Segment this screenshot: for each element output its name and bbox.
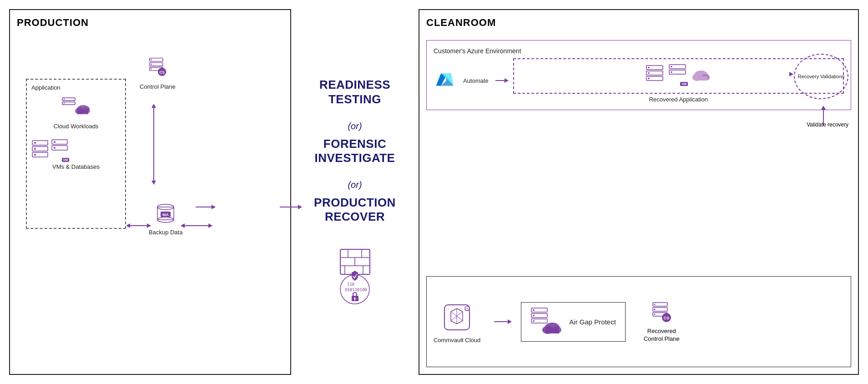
commvault-cloud-label: Commvault Cloud	[434, 337, 480, 344]
svg-point-17	[34, 142, 36, 144]
arrow-backup-firewall	[181, 223, 212, 228]
air-gap-icon	[530, 307, 562, 337]
application-label: Application	[31, 84, 121, 91]
backup-data-area: MA Backup Data	[149, 202, 182, 236]
arrow-to-airgap	[494, 319, 512, 324]
readiness-testing: READINESS TESTING	[319, 78, 390, 106]
vm-server-1-icon	[31, 140, 49, 160]
azure-env-box: Customer's Azure Environment Automate	[426, 40, 851, 110]
recovered-control-plane-area: CS Recovered Control Plane	[644, 300, 680, 343]
recovered-cp-label: Recovered Control Plane	[644, 328, 680, 343]
svg-point-70	[533, 309, 535, 311]
automate-arrow	[495, 78, 509, 83]
forensic-title-line1: FORENSIC	[315, 137, 395, 151]
air-gap-protect-label: Air Gap Protect	[569, 318, 616, 326]
svg-text:110: 110	[347, 282, 354, 287]
or-1: (or)	[348, 121, 362, 131]
production-section: PRODUCTION CS Control Plane	[9, 9, 291, 375]
production-title: PRODUCTION	[17, 17, 283, 29]
cleanroom-bottom-section: ® Commvault Cloud	[426, 276, 851, 367]
svg-point-43	[354, 298, 356, 299]
arrow-encrypted-cleanroom	[280, 205, 302, 209]
svg-point-9	[63, 99, 64, 100]
svg-point-5	[151, 68, 152, 70]
production-recover-line1: PRODUCTION	[314, 196, 396, 210]
svg-point-11	[63, 103, 64, 104]
backup-data-label: Backup Data	[149, 229, 182, 236]
svg-text:CS: CS	[664, 316, 670, 320]
svg-text:MA: MA	[162, 212, 169, 217]
svg-point-3	[151, 64, 152, 65]
svg-point-23	[54, 141, 56, 143]
vm-badge: VM	[62, 158, 70, 162]
cloud-workloads-area: Cloud Workloads	[31, 96, 121, 130]
commvault-cloud-icon: ®	[440, 300, 474, 334]
cleanroom-section: CLEANROOM Customer's Azure Environment A…	[419, 9, 859, 375]
cloud-workloads-icon	[61, 96, 91, 121]
readiness-title-line2: TESTING	[319, 92, 390, 106]
or-2: (or)	[348, 180, 362, 190]
svg-point-84	[654, 314, 655, 315]
middle-section: READINESS TESTING (or) FORENSIC INVESTIG…	[291, 9, 419, 375]
production-recover-line2: RECOVER	[314, 210, 396, 224]
svg-point-57	[671, 71, 672, 73]
recovered-server-1	[646, 65, 664, 87]
encrypted-data-icon: 110 010110100	[336, 272, 374, 306]
recovered-app-container: VM Recovered Application	[513, 58, 844, 103]
svg-rect-78	[545, 329, 559, 333]
cleanroom-title: CLEANROOM	[426, 17, 851, 29]
vms-databases-label: VMs & Databases	[31, 163, 121, 170]
arrow-vms-backup	[126, 223, 151, 228]
azure-logo	[434, 71, 459, 91]
svg-text:CS: CS	[159, 71, 165, 75]
svg-point-1	[151, 59, 152, 61]
automate-label: Automate	[463, 77, 489, 84]
vms-databases-row: VM	[31, 139, 121, 161]
azure-environment-container: Customer's Azure Environment Automate	[426, 40, 851, 269]
arrow-to-encrypted	[196, 205, 216, 209]
svg-point-51	[648, 72, 650, 74]
application-area: Application Cloud Wo	[26, 79, 126, 229]
vm-server-badge: VM	[668, 64, 686, 88]
control-plane-label: Control Plane	[140, 83, 176, 90]
air-gap-protect-box: Air Gap Protect	[521, 302, 626, 342]
svg-point-49	[648, 67, 650, 69]
encrypted-data-area: 110 010110100	[336, 272, 374, 306]
svg-point-55	[671, 66, 672, 68]
svg-point-53	[648, 78, 650, 80]
cloud-workloads-label: Cloud Workloads	[54, 123, 99, 130]
vertical-arrow-cp-ma	[151, 104, 156, 185]
recovered-application-label: Recovered Application	[513, 96, 844, 103]
svg-rect-61	[695, 76, 707, 81]
vm-server-2-icon	[51, 139, 68, 159]
recovered-cp-icon: CS	[649, 300, 674, 328]
readiness-title-line1: READINESS	[319, 78, 390, 92]
forensic-title-line2: INVESTIGATE	[315, 151, 395, 165]
cloud-icon-recovered	[691, 67, 712, 85]
svg-rect-15	[77, 111, 88, 114]
forensic-investigate: FORENSIC INVESTIGATE	[315, 137, 395, 165]
recovery-validations-label: Recovery Validations	[796, 71, 847, 81]
control-plane-area: CS Control Plane	[140, 56, 176, 90]
svg-point-74	[533, 320, 535, 322]
svg-point-25	[54, 147, 56, 149]
vm-badge-2: VM	[680, 82, 688, 86]
vm-icon-container: VM	[51, 139, 68, 161]
svg-text:010110100: 010110100	[345, 288, 367, 292]
azure-env-title: Customer's Azure Environment	[434, 47, 844, 55]
svg-point-19	[34, 148, 36, 150]
backup-data-icon: MA	[153, 202, 178, 227]
validate-recovery-label: Validate recovery	[807, 121, 848, 128]
recovery-validations-circle: Recovery Validations	[794, 54, 848, 99]
recovery-validations-arrow	[789, 72, 793, 76]
svg-point-80	[654, 304, 655, 305]
control-plane-icon: CS	[145, 56, 170, 81]
commvault-cloud-area: ® Commvault Cloud	[434, 300, 480, 344]
svg-text:®: ®	[466, 308, 469, 311]
svg-point-82	[654, 309, 655, 310]
azure-content-row: Automate	[434, 58, 844, 103]
svg-point-72	[533, 314, 535, 316]
production-content: CS Control Plane Application	[17, 33, 283, 384]
svg-point-21	[34, 154, 36, 156]
production-recover: PRODUCTION RECOVER	[314, 196, 396, 224]
